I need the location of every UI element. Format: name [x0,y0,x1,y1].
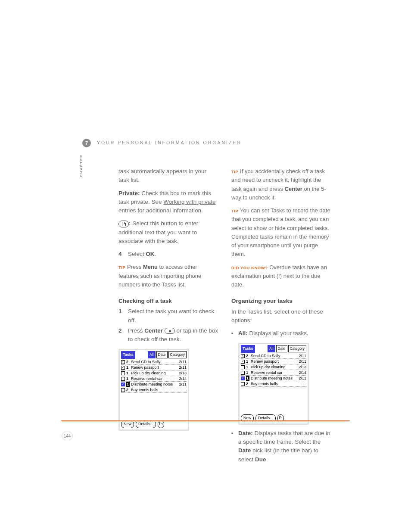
step-1: 1 Select the task you want to check off. [118,307,218,325]
header-subtitle: YOUR PERSONAL INFORMATION ORGANIZER [97,140,242,146]
step-number: 2 [118,327,124,344]
task-row[interactable]: ✓1Renew passport2/11 [241,359,306,364]
task-row[interactable]: 1Reserve rental car2/14 [241,370,306,376]
tasks-title: Tasks [241,345,255,353]
task-name: Pick up dry cleaning [131,370,175,376]
dyk-label: DID YOU KNOW? [231,265,268,270]
tasks-app-screenshot-2: TasksAllDateCategory✓2Send CD to Sally2/… [238,343,309,425]
task-checkbox[interactable]: ✓ [241,376,245,380]
task-date: 2/11 [176,365,187,371]
task-checkbox[interactable]: ✓ [241,354,245,358]
pick-date[interactable]: Date [276,345,287,352]
bullet-icon [231,333,233,334]
task-date: 2/11 [296,359,306,365]
tasks-title: Tasks [121,351,135,359]
task-priority: 1 [246,370,249,376]
task-checkbox[interactable] [121,371,125,375]
task-checkbox[interactable]: ✓ [121,360,125,364]
task-name: Renew passport [131,365,175,371]
pick-date[interactable]: Date [156,351,168,358]
task-priority: 1 [126,370,130,376]
task-date: 2/11 [296,353,306,359]
bullet-icon [231,432,233,434]
task-row[interactable]: ✓1Distribute meeting notes2/11 [121,382,187,387]
tasks-app-screenshot-1: TasksAllDateCategory✓2Send CD to Sally2/… [118,349,189,431]
pick-category[interactable]: Category [288,345,307,352]
task-row[interactable]: ✓1Renew passport2/11 [121,365,187,370]
private-paragraph: Private: Check this box to mark this tas… [118,189,218,215]
task-name: Renew passport [251,359,295,365]
tip-label: TIP [118,265,125,270]
task-checkbox[interactable] [121,388,125,392]
task-checkbox[interactable] [241,371,245,375]
tip-label: TIP [231,169,238,174]
task-checkbox[interactable]: ✓ [121,366,125,370]
organizing-intro: In the Tasks list, select one of these o… [231,308,331,325]
tip-uncheck: TIP If you accidentally check off a task… [231,167,331,202]
task-priority: 1 [246,359,249,365]
task-name: Send CD to Sally [131,359,175,365]
task-name: Distribute meeting notes [131,382,175,388]
task-name: Pick up dry cleaning [251,364,295,370]
note-button[interactable] [158,420,164,428]
step-number: 4 [118,250,124,258]
column-left: task automatically appears in your task … [118,167,218,464]
task-name: Reserve rental car [131,376,175,382]
tip-record-date: TIP You can set Tasks to record the date… [231,206,331,259]
task-name: Buy tennis balls [131,387,175,393]
task-checkbox[interactable] [241,382,245,386]
task-priority: 1 [246,376,249,382]
note-button[interactable] [277,414,284,422]
task-checkbox[interactable] [241,365,245,369]
task-date: 2/13 [176,370,187,376]
chapter-number-badge: 7 [82,139,91,147]
task-row[interactable]: ✓1Distribute meeting notes2/11 [241,376,306,381]
task-checkbox[interactable]: ✓ [241,360,245,364]
task-date: — [296,381,306,387]
task-priority: 2 [126,359,130,365]
task-checkbox[interactable]: ✓ [121,383,125,386]
task-date: 2/14 [176,376,187,382]
task-row[interactable]: 2Buy tennis balls— [241,381,306,387]
pick-category[interactable]: Category [168,351,187,358]
task-row[interactable]: 1Pick up dry cleaning2/13 [121,370,187,376]
task-date: 2/13 [296,364,306,370]
step-4: 4 Select OK. [118,250,218,258]
page-header: 7 YOUR PERSONAL INFORMATION ORGANIZER [82,139,242,147]
task-priority: 1 [126,376,130,382]
task-row[interactable]: 1Reserve rental car2/14 [121,376,187,382]
task-name: Buy tennis balls [251,381,295,387]
details-button[interactable]: Details... [255,414,276,422]
task-priority: 2 [246,381,249,387]
step-2: 2 Press Center or tap in the box to chec… [118,327,218,344]
pick-all[interactable]: All [268,345,275,352]
bullet-date: Date: Displays tasks that are due in a s… [231,429,331,464]
task-checkbox[interactable] [121,377,125,381]
tip-label: TIP [231,208,238,213]
did-you-know: DID YOU KNOW? Overdue tasks have an excl… [231,263,331,289]
note-icon [118,221,129,227]
task-row[interactable]: ✓2Send CD to Sally2/11 [241,353,306,359]
task-row[interactable]: 1Pick up dry cleaning2/13 [241,364,306,370]
task-date: 2/11 [176,359,187,365]
organizing-heading: Organizing your tasks [231,297,331,305]
private-label: Private: [118,190,140,196]
task-row[interactable]: ✓2Send CD to Sally2/11 [121,359,187,365]
task-priority: 1 [246,364,249,370]
task-priority: 1 [126,365,130,371]
new-button[interactable]: New [121,420,134,428]
center-button-icon [165,328,175,334]
step-number: 1 [118,307,124,325]
details-button[interactable]: Details... [136,420,156,428]
task-name: Send CD to Sally [251,353,295,359]
page-number: 144 [62,432,73,440]
new-button[interactable]: New [241,414,254,422]
checking-off-heading: Checking off a task [118,297,218,305]
column-right: TIP If you accidentally check off a task… [231,167,331,464]
task-date: — [176,387,187,393]
task-date: 2/11 [176,382,187,388]
task-date: 2/14 [296,370,306,376]
pick-all[interactable]: All [148,351,155,358]
chapter-label: CHAPTER [79,154,84,177]
task-row[interactable]: 2Buy tennis balls— [121,387,187,393]
